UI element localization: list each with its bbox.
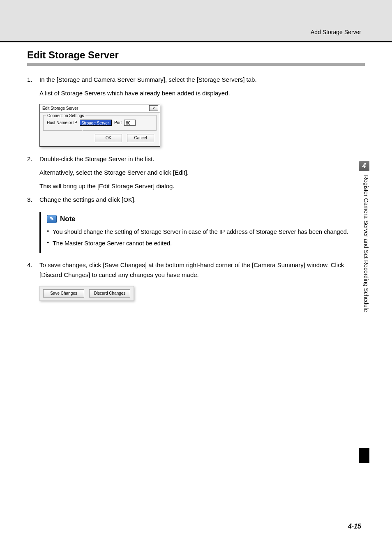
note-block: ✎ Note You should change the setting of … (39, 212, 365, 253)
side-thumb-index (359, 448, 369, 463)
step-number: 2. (27, 154, 35, 164)
savebar: Save Changes Discard Changes (39, 286, 134, 301)
step-2: 2. Double-click the Storage Server in th… (27, 154, 365, 164)
step-text: To save changes, click [Save Changes] at… (39, 260, 365, 279)
dialog-screenshot: Edit Storage Server x Connection Setting… (39, 104, 365, 147)
step-number: 4. (27, 260, 35, 279)
port-input[interactable]: 80 (124, 120, 136, 126)
fieldset-legend: Connection Settings (46, 113, 85, 119)
step-text: Double-click the Storage Server in the l… (39, 154, 365, 164)
text: Alternatively, select the Storage Server… (39, 169, 175, 176)
section-title: Edit Storage Server (27, 49, 119, 61)
dialog-body: Connection Settings Host Name or IP Stro… (40, 113, 160, 146)
running-header: Add Storage Server (311, 29, 361, 35)
connection-settings-fieldset: Connection Settings Host Name or IP Stro… (43, 115, 157, 131)
content-area: 1. In the [Storage and Camera Server Sum… (27, 75, 365, 301)
host-input[interactable]: Stroage Server 1 (80, 120, 112, 126)
step-text: In the [Storage and Camera Server Summar… (39, 75, 365, 84)
text: ] dialog. (153, 182, 175, 189)
note-item: The Master Storage Server cannot be edit… (47, 239, 365, 248)
save-changes-button[interactable]: Save Changes (43, 289, 84, 298)
step-2-sub1: Alternatively, select the Storage Server… (39, 168, 365, 177)
field-row: Host Name or IP Stroage Server 1 Port 80 (47, 120, 153, 126)
host-label: Host Name or IP (47, 120, 77, 126)
edit-storage-server-dialog: Edit Storage Server x Connection Setting… (39, 104, 160, 147)
step-1: 1. In the [Storage and Camera Server Sum… (27, 75, 365, 84)
step-3: 3. Change the settings and click [OK]. (27, 195, 365, 204)
note-item: You should change the setting of Storage… (47, 228, 365, 237)
step-number: 3. (27, 195, 35, 204)
dialog-title: Edit Storage Server (42, 105, 78, 112)
step-2-sub2: This will bring up the [Edit Storage Ser… (39, 181, 365, 191)
step-4: 4. To save changes, click [Save Changes]… (27, 260, 365, 279)
section-rule (27, 63, 365, 66)
text: ]. (185, 169, 189, 176)
port-label: Port (114, 120, 122, 126)
dialog-name-literal: Edit Storage Server (99, 182, 153, 189)
page: Add Storage Server Edit Storage Server 1… (0, 0, 392, 554)
step-1-sub: A list of Storage Servers which have alr… (39, 88, 365, 98)
ok-button[interactable]: OK (95, 134, 122, 142)
note-header: ✎ Note (47, 214, 365, 224)
close-icon[interactable]: x (149, 105, 158, 111)
note-title: Note (60, 214, 76, 224)
savebar-screenshot: Save Changes Discard Changes (39, 286, 365, 301)
page-number: 4-15 (348, 523, 361, 530)
chapter-number-tab: 4 (359, 161, 369, 171)
dialog-button-row: OK Cancel (43, 134, 157, 142)
note-icon: ✎ (47, 215, 57, 223)
edit-literal: Edit (175, 169, 185, 176)
text: This will bring up the [ (39, 182, 99, 189)
note-list: You should change the setting of Storage… (47, 228, 365, 248)
discard-changes-button[interactable]: Discard Changes (89, 289, 130, 298)
dialog-titlebar: Edit Storage Server x (40, 104, 160, 113)
step-number: 1. (27, 75, 35, 84)
header-rule (0, 41, 392, 42)
step-text: Change the settings and click [OK]. (39, 195, 365, 204)
chapter-title-vertical: Register Camera Server and Set Recording… (361, 173, 369, 338)
cancel-button[interactable]: Cancel (127, 134, 154, 142)
